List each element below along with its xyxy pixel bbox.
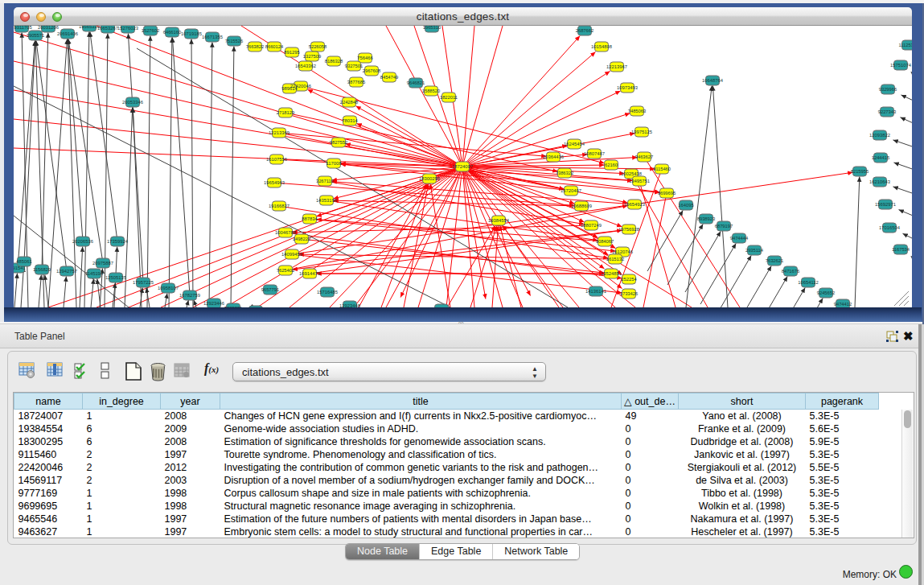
svg-text:485061: 485061 xyxy=(16,259,31,264)
svg-text:18807249: 18807249 xyxy=(581,223,602,228)
svg-text:1905571: 1905571 xyxy=(27,33,45,38)
svg-text:2687662: 2687662 xyxy=(576,28,594,33)
svg-text:9699695: 9699695 xyxy=(658,191,676,196)
svg-text:10654112: 10654112 xyxy=(798,280,818,285)
svg-text:3267110: 3267110 xyxy=(316,179,334,183)
svg-text:1327509: 1327509 xyxy=(303,54,322,59)
svg-text:9657791: 9657791 xyxy=(261,287,280,292)
svg-text:2718129: 2718129 xyxy=(277,110,295,115)
svg-text:9084067: 9084067 xyxy=(596,239,614,244)
svg-text:20691406: 20691406 xyxy=(57,31,78,36)
svg-text:117008: 117008 xyxy=(326,161,342,166)
svg-text:19166827: 19166827 xyxy=(269,204,290,208)
svg-text:7485063: 7485063 xyxy=(628,109,647,113)
svg-text:16245454: 16245454 xyxy=(564,142,585,146)
svg-text:10154808: 10154808 xyxy=(591,44,612,49)
svg-text:15751074: 15751074 xyxy=(890,63,912,68)
svg-text:19654923: 19654923 xyxy=(624,202,645,207)
svg-text:19311705: 19311705 xyxy=(14,26,32,30)
svg-text:9646821: 9646821 xyxy=(407,80,425,85)
svg-text:7515526: 7515526 xyxy=(225,39,244,43)
svg-text:2967608: 2967608 xyxy=(363,68,381,73)
svg-text:11125346: 11125346 xyxy=(899,43,912,47)
svg-text:5226058: 5226058 xyxy=(309,44,327,49)
svg-text:20053346: 20053346 xyxy=(122,100,143,105)
svg-text:7625402: 7625402 xyxy=(277,268,295,273)
svg-text:887834: 887834 xyxy=(302,216,318,221)
svg-text:19654963: 19654963 xyxy=(264,180,285,185)
svg-text:9227343: 9227343 xyxy=(878,109,897,114)
svg-text:10648764: 10648764 xyxy=(702,78,724,83)
svg-text:14353196: 14353196 xyxy=(316,198,337,203)
svg-text:16210643: 16210643 xyxy=(869,179,890,184)
svg-text:16782759: 16782759 xyxy=(179,293,200,298)
svg-text:10025438: 10025438 xyxy=(621,171,642,176)
svg-text:15692971: 15692971 xyxy=(875,202,896,207)
svg-text:9474444: 9474444 xyxy=(730,236,749,241)
svg-text:8660124: 8660124 xyxy=(265,44,284,49)
svg-text:13495751: 13495751 xyxy=(629,179,650,183)
svg-text:16914479: 16914479 xyxy=(299,271,320,276)
svg-text:1615132: 1615132 xyxy=(606,257,625,262)
svg-text:9383771: 9383771 xyxy=(224,306,243,307)
svg-text:12093822: 12093822 xyxy=(869,133,890,138)
svg-text:19384554: 19384554 xyxy=(488,218,510,223)
svg-text:2242848: 2242848 xyxy=(340,100,359,105)
svg-text:1822011: 1822011 xyxy=(440,95,458,100)
svg-text:15720407: 15720407 xyxy=(561,188,581,193)
svg-text:16671355: 16671355 xyxy=(202,35,223,39)
svg-text:1965310: 1965310 xyxy=(423,26,441,30)
svg-text:891295: 891295 xyxy=(284,50,299,55)
svg-text:6466160: 6466160 xyxy=(163,30,182,35)
svg-text:1498222: 1498222 xyxy=(293,237,311,241)
svg-text:1588520: 1588520 xyxy=(422,89,441,93)
svg-text:12923446: 12923446 xyxy=(203,301,224,306)
svg-text:20206536: 20206536 xyxy=(72,239,93,244)
svg-text:15276023: 15276023 xyxy=(117,26,138,31)
svg-text:9329966: 9329966 xyxy=(879,87,897,92)
svg-text:12942757: 12942757 xyxy=(56,269,77,274)
svg-text:8215955: 8215955 xyxy=(851,169,869,174)
svg-text:9464198: 9464198 xyxy=(433,307,451,307)
svg-text:16120746: 16120746 xyxy=(612,249,633,254)
svg-text:10046788: 10046788 xyxy=(275,230,296,235)
svg-text:18300295: 18300295 xyxy=(419,176,440,181)
svg-text:16107556: 16107556 xyxy=(266,157,287,162)
svg-text:391541: 391541 xyxy=(14,266,26,270)
svg-text:10807487: 10807487 xyxy=(584,151,605,156)
svg-text:14136141: 14136141 xyxy=(585,289,606,294)
svg-text:7663822: 7663822 xyxy=(246,44,265,49)
svg-text:10973493: 10973493 xyxy=(617,85,638,90)
svg-text:8454749: 8454749 xyxy=(380,75,399,80)
svg-text:17016504: 17016504 xyxy=(879,225,901,230)
svg-text:756466: 756466 xyxy=(357,56,372,60)
svg-text:10719185: 10719185 xyxy=(181,31,202,36)
svg-text:989614: 989614 xyxy=(281,86,298,91)
svg-text:1527602: 1527602 xyxy=(142,28,160,33)
svg-text:13975125: 13975125 xyxy=(631,130,652,134)
svg-text:780314: 780314 xyxy=(342,118,358,123)
svg-text:1244415: 1244415 xyxy=(872,155,890,160)
svg-text:62160: 62160 xyxy=(605,163,618,167)
svg-text:164095: 164095 xyxy=(678,203,693,208)
svg-text:10958107: 10958107 xyxy=(158,286,179,290)
svg-text:20364436: 20364436 xyxy=(543,154,564,159)
svg-text:19756928: 19756928 xyxy=(618,227,639,232)
svg-text:20975887: 20975887 xyxy=(92,261,113,266)
svg-text:6879197: 6879197 xyxy=(715,224,733,229)
svg-text:13524851: 13524851 xyxy=(601,271,622,276)
svg-text:3877685: 3877685 xyxy=(347,80,366,84)
svg-text:9245652: 9245652 xyxy=(817,290,836,295)
svg-text:9463627: 9463627 xyxy=(635,154,654,159)
svg-text:15716485: 15716485 xyxy=(317,290,338,295)
svg-text:17359924: 17359924 xyxy=(107,239,129,244)
svg-text:9474412: 9474412 xyxy=(834,302,852,307)
svg-text:20031206: 20031206 xyxy=(38,26,59,30)
svg-text:1733426: 1733426 xyxy=(620,291,639,296)
svg-text:12505135: 12505135 xyxy=(105,275,126,280)
svg-text:1167534: 1167534 xyxy=(892,247,910,252)
svg-text:12213369: 12213369 xyxy=(269,130,290,135)
svg-text:9115460: 9115460 xyxy=(653,167,671,171)
svg-text:2935114: 2935114 xyxy=(745,248,764,253)
svg-text:8938923: 8938923 xyxy=(697,216,716,221)
